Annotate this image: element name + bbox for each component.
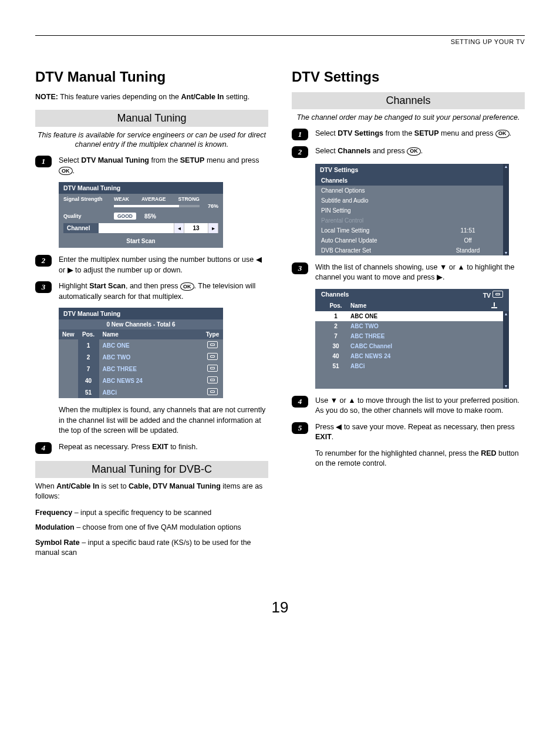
name: ABCi — [350, 363, 497, 369]
signal-strength-labels-row: Signal Strength WEAK AVERAGE STRONG — [59, 194, 223, 203]
dvbc-banner: Manual Tuning for DVB-C — [35, 461, 268, 478]
pos: 51 — [321, 363, 350, 369]
menu-item-channel-options[interactable]: Channel Options — [315, 186, 503, 196]
name: ABC NEWS 24 — [99, 375, 202, 386]
menu-item-pin[interactable]: PIN Setting — [315, 206, 503, 216]
t: . — [332, 433, 333, 441]
channel-spinner[interactable]: Channel ◂ 13 ▸ — [63, 223, 218, 233]
list: 1ABC ONE 2ABC TWO 7ABC THREE 30CABC Chan… — [315, 311, 503, 389]
tv-text: TV — [483, 292, 491, 299]
menu-item-channels[interactable]: Channels — [315, 176, 503, 186]
chevron-right-icon[interactable]: ▸ — [208, 223, 218, 233]
name: CABC Channel — [350, 343, 497, 349]
chevron-up-icon[interactable]: ▴ — [505, 311, 507, 317]
right-step-5: 5 Press ◀ to save your move. Repeat as n… — [292, 422, 525, 443]
note-bold: Ant/Cable In — [181, 93, 224, 101]
antenna-icon — [485, 302, 503, 309]
table-row: 2ABC TWO — [59, 351, 223, 363]
left-step-3: 3 Highlight Start Scan, and then press O… — [35, 281, 268, 302]
t: , and then press — [126, 282, 180, 290]
menu-item-auto-update[interactable]: Auto Channel UpdateOff — [315, 235, 503, 245]
def-modulation: Modulation – choose from one of five QAM… — [35, 523, 268, 533]
t: – input a specific frequency to be scann… — [72, 509, 211, 517]
t: Channels — [338, 147, 370, 155]
signal-bar-fill — [114, 205, 179, 207]
manual-tuning-banner: Manual Tuning — [35, 110, 268, 127]
t: menu and press — [204, 156, 259, 164]
two-column-layout: DTV Manual Tuning NOTE: This feature var… — [35, 69, 525, 563]
def-frequency: Frequency – input a specific frequency t… — [35, 508, 268, 519]
t: Select — [59, 156, 81, 164]
t: . — [73, 167, 75, 175]
menu-item-local-time[interactable]: Local Time Setting11:51 — [315, 225, 503, 235]
pos: 40 — [321, 353, 350, 359]
pos: 2 — [321, 323, 350, 329]
quality-pct: 85% — [144, 213, 156, 220]
quality-pill: GOOD — [114, 213, 136, 220]
scrollbar[interactable]: ▴▾ — [503, 311, 509, 389]
t: SETUP — [414, 129, 439, 137]
list-item[interactable]: 30CABC Channel — [315, 341, 503, 351]
t: RED — [481, 449, 496, 457]
channels-banner: Channels — [292, 92, 525, 109]
t: Modulation — [35, 523, 75, 531]
name: ABC THREE — [99, 363, 202, 375]
t: DTV Manual Tuning — [81, 156, 149, 164]
t: DTV Settings — [338, 129, 383, 137]
menu-item-subtitle-audio[interactable]: Subtitle and Audio — [315, 196, 503, 206]
list-item[interactable]: 7ABC THREE — [315, 331, 503, 341]
ok-icon: OK — [495, 130, 510, 138]
name: ABC TWO — [99, 351, 202, 363]
channels-list-body: 1ABC ONE 2ABC TWO 7ABC THREE 30CABC Chan… — [315, 311, 509, 389]
chevron-up-icon[interactable]: ▴ — [505, 164, 507, 169]
signal-pct: 76% — [203, 203, 218, 209]
osd-manual-tuning-2: DTV Manual Tuning 0 New Channels - Total… — [59, 308, 223, 398]
pos: 1 — [321, 313, 350, 319]
note-text: This feature varies depending on the — [58, 93, 181, 101]
label: Auto Channel Update — [321, 237, 438, 244]
step-badge-1: 1 — [35, 156, 52, 167]
scan-status: 0 New Channels - Total 6 — [59, 319, 223, 329]
label: Local Time Setting — [321, 227, 438, 234]
multiplex-found-text: When the multiplex is found, any channel… — [59, 405, 268, 436]
menu-item-parental: Parental Control — [315, 216, 503, 225]
t: from the — [383, 129, 414, 137]
pos: 7 — [321, 333, 350, 339]
channel-number: 13 — [184, 223, 208, 233]
note-suffix: setting. — [224, 93, 249, 101]
label: Parental Control — [321, 217, 497, 224]
t: is set to — [99, 482, 129, 490]
page-number: 19 — [35, 598, 525, 617]
left-column: DTV Manual Tuning NOTE: This feature var… — [35, 69, 268, 563]
channel-label: Channel — [63, 223, 99, 233]
channels-list-title: Channels — [321, 291, 349, 299]
left-step-3-text: Highlight Start Scan, and then press OK.… — [59, 281, 268, 302]
dtv-settings-title: DTV Settings — [315, 164, 503, 176]
strong-label: STRONG — [178, 196, 200, 202]
weak-label: WEAK — [114, 196, 129, 202]
chevron-down-icon[interactable]: ▾ — [505, 250, 507, 255]
list-item[interactable]: 40ABC NEWS 24 — [315, 351, 503, 361]
table-row: 40ABC NEWS 24 — [59, 375, 223, 386]
list-item[interactable]: 51ABCi — [315, 361, 503, 371]
value: Standard — [438, 247, 497, 254]
t: menu and press — [439, 129, 496, 137]
list-item[interactable]: 1ABC ONE — [315, 311, 503, 321]
col-name: Name — [99, 329, 202, 339]
tv-icon — [202, 363, 223, 375]
osd-dtv-settings-menu: DTV Settings Channels Channel Options Su… — [315, 164, 509, 255]
t: EXIT — [152, 443, 168, 451]
signal-strength-label: Signal Strength — [63, 196, 110, 202]
list-item[interactable]: 2ABC TWO — [315, 321, 503, 331]
ok-icon: OK — [59, 167, 73, 175]
start-scan-button[interactable]: Start Scan — [59, 235, 223, 248]
scrollbar[interactable]: ▴▾ — [503, 164, 509, 255]
step-badge-5: 5 — [292, 422, 308, 434]
menu-item-charset[interactable]: DVB Character SetStandard — [315, 245, 503, 255]
chevron-down-icon[interactable]: ▾ — [505, 383, 507, 389]
label: Channels — [321, 177, 497, 184]
manual-tuning-intro: This feature is available for service en… — [35, 130, 268, 150]
label: Channel Options — [321, 187, 497, 194]
chevron-left-icon[interactable]: ◂ — [174, 223, 184, 233]
left-title: DTV Manual Tuning — [35, 69, 268, 85]
